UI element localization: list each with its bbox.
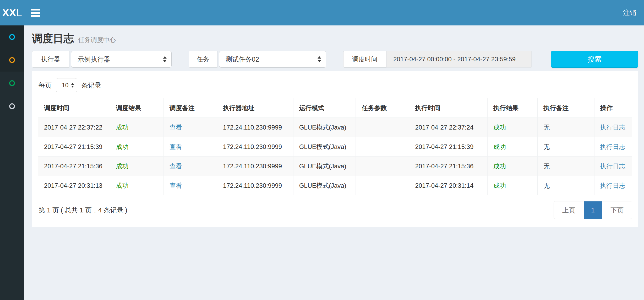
table-row: 2017-04-27 20:31:13成功查看172.24.110.230:99… [38, 176, 632, 195]
sidebar-item-dashboard[interactable] [0, 25, 24, 49]
select-stepper-icon [163, 56, 167, 62]
cell-job-param [356, 118, 409, 137]
cell-executor-address: 172.24.110.230:9999 [217, 137, 293, 157]
cell-exec-time: 2017-04-27 21:15:36 [409, 157, 488, 176]
cell-executor-address: 172.24.110.230:9999 [217, 176, 293, 195]
cell-exec-result: 成功 [487, 137, 537, 157]
cell-schedule-remark[interactable]: 查看 [163, 176, 217, 195]
schedule-time-range-input[interactable]: 2017-04-27 00:00:00 - 2017-04-27 23:59:5… [386, 51, 532, 68]
cell-exec-remark: 无 [538, 137, 594, 157]
cell-run-mode: GLUE模式(Java) [293, 118, 356, 137]
cell-schedule-time: 2017-04-27 21:15:36 [38, 157, 110, 176]
cell-exec-result: 成功 [487, 176, 537, 195]
top-navbar: XXL 注销 [0, 0, 644, 25]
next-page-button[interactable]: 下页 [602, 201, 632, 219]
executor-filter-label: 执行器 [32, 51, 69, 68]
page-size-select[interactable]: 10 [56, 78, 77, 92]
content-area: 调度日志 任务调度中心 执行器 示例执行器 任务 测试任务02 调度时间 201… [24, 25, 644, 300]
cell-run-mode: GLUE模式(Java) [293, 176, 356, 195]
page-size-row: 每页 10 条记录 [39, 78, 632, 92]
cell-action[interactable]: 执行日志 [594, 176, 632, 195]
circle-outline-icon [9, 80, 15, 86]
cell-schedule-time: 2017-04-27 21:15:39 [38, 137, 110, 157]
pagination-summary: 第 1 页 ( 总共 1 页，4 条记录 ) [38, 206, 127, 215]
select-stepper-icon [71, 83, 74, 88]
log-panel: 每页 10 条记录 调度时间调度结果调度备注执行器地址运行模式任务参数执行时间执… [32, 71, 638, 227]
sidebar-menu [0, 25, 24, 118]
page-size-prefix-label: 每页 [39, 81, 52, 90]
current-page-button[interactable]: 1 [584, 201, 602, 219]
cell-job-param [356, 157, 409, 176]
col-header-executor-address: 执行器地址 [217, 98, 293, 118]
logout-link[interactable]: 注销 [615, 0, 644, 25]
select-stepper-icon [318, 56, 321, 62]
job-filter-group: 任务 测试任务02 [189, 51, 326, 68]
cell-schedule-result: 成功 [110, 157, 163, 176]
table-row: 2017-04-27 22:37:22成功查看172.24.110.230:99… [38, 118, 632, 137]
app-logo-text-bold: XX [2, 7, 16, 19]
cell-action[interactable]: 执行日志 [594, 157, 632, 176]
cell-exec-time: 2017-04-27 21:15:39 [409, 137, 488, 157]
executor-filter-group: 执行器 示例执行器 [32, 51, 172, 68]
cell-job-param [356, 176, 409, 195]
schedule-time-filter-label: 调度时间 [343, 51, 386, 68]
page-title-text: 调度日志 [32, 31, 74, 46]
pager: 上页 1 下页 [554, 201, 632, 219]
prev-page-button[interactable]: 上页 [554, 201, 584, 219]
col-header-job-param: 任务参数 [356, 98, 409, 118]
cell-action[interactable]: 执行日志 [594, 118, 632, 137]
job-select[interactable]: 测试任务02 [219, 51, 326, 68]
col-header-run-mode: 运行模式 [293, 98, 356, 118]
cell-schedule-remark[interactable]: 查看 [163, 157, 217, 176]
page-title: 调度日志 任务调度中心 [32, 31, 636, 46]
executor-select[interactable]: 示例执行器 [71, 51, 172, 68]
pagination-row: 第 1 页 ( 总共 1 页，4 条记录 ) 上页 1 下页 [38, 201, 632, 219]
cell-exec-time: 2017-04-27 20:31:14 [409, 176, 488, 195]
cell-exec-remark: 无 [538, 176, 594, 195]
page-size-value: 10 [62, 82, 69, 89]
col-header-exec-result: 执行结果 [487, 98, 537, 118]
cell-exec-remark: 无 [538, 118, 594, 137]
circle-outline-icon [9, 57, 15, 63]
cell-schedule-time: 2017-04-27 20:31:13 [38, 176, 110, 195]
cell-schedule-remark[interactable]: 查看 [163, 137, 217, 157]
cell-action[interactable]: 执行日志 [594, 137, 632, 157]
sidebar-toggle-button[interactable] [24, 0, 47, 25]
cell-schedule-time: 2017-04-27 22:37:22 [38, 118, 110, 137]
cell-run-mode: GLUE模式(Java) [293, 137, 356, 157]
log-table: 调度时间调度结果调度备注执行器地址运行模式任务参数执行时间执行结果执行备注操作 … [38, 98, 632, 195]
sidebar-item-settings[interactable] [0, 95, 24, 118]
col-header-exec-remark: 执行备注 [538, 98, 594, 118]
cell-exec-result: 成功 [487, 157, 537, 176]
app-logo[interactable]: XXL [0, 0, 24, 25]
cell-schedule-result: 成功 [110, 176, 163, 195]
cell-exec-time: 2017-04-27 22:37:24 [409, 118, 488, 137]
table-row: 2017-04-27 21:15:36成功查看172.24.110.230:99… [38, 157, 632, 176]
cell-schedule-remark[interactable]: 查看 [163, 118, 217, 137]
table-header-row: 调度时间调度结果调度备注执行器地址运行模式任务参数执行时间执行结果执行备注操作 [38, 98, 632, 118]
table-row: 2017-04-27 21:15:39成功查看172.24.110.230:99… [38, 137, 632, 157]
sidebar-item-jobinfo[interactable] [0, 72, 24, 95]
executor-select-value: 示例执行器 [78, 55, 110, 64]
cell-executor-address: 172.24.110.230:9999 [217, 118, 293, 137]
job-select-value: 测试任务02 [226, 55, 259, 64]
cell-executor-address: 172.24.110.230:9999 [217, 157, 293, 176]
cell-exec-remark: 无 [538, 157, 594, 176]
col-header-schedule-remark: 调度备注 [163, 98, 217, 118]
content-header: 调度日志 任务调度中心 [24, 25, 644, 49]
col-header-schedule-result: 调度结果 [110, 98, 163, 118]
cell-job-param [356, 137, 409, 157]
table-body: 2017-04-27 22:37:22成功查看172.24.110.230:99… [38, 118, 632, 195]
page-subtitle: 任务调度中心 [78, 36, 116, 44]
circle-outline-icon [9, 103, 15, 109]
col-header-schedule-time: 调度时间 [38, 98, 110, 118]
col-header-action: 操作 [594, 98, 632, 118]
cell-schedule-result: 成功 [110, 137, 163, 157]
schedule-time-filter-group: 调度时间 2017-04-27 00:00:00 - 2017-04-27 23… [343, 51, 532, 68]
search-button[interactable]: 搜索 [551, 51, 638, 68]
app-logo-text-light: L [16, 7, 22, 19]
hamburger-icon [31, 9, 40, 17]
sidebar-item-joblog[interactable] [0, 49, 24, 72]
filter-toolbar: 执行器 示例执行器 任务 测试任务02 调度时间 2017-04-27 00:0… [32, 51, 638, 68]
page-size-suffix-label: 条记录 [81, 81, 101, 90]
